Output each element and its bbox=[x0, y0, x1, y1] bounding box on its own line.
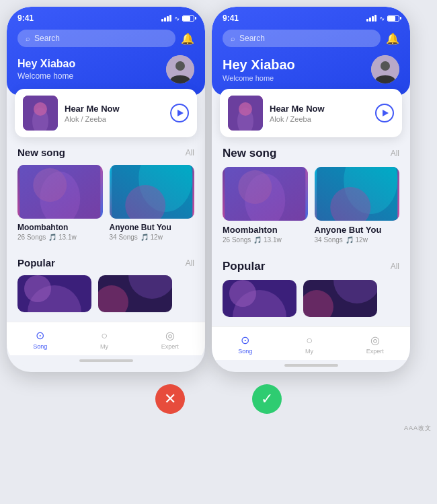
left-header: 9:41 ∿ bbox=[7, 7, 205, 96]
right-popular-card-1[interactable] bbox=[223, 280, 296, 317]
left-avatar bbox=[166, 55, 194, 83]
wrong-symbol: ✕ bbox=[164, 390, 176, 408]
left-song-title-1: Moombahton bbox=[17, 223, 103, 232]
left-track-info: Hear Me Now Alok / Zeeba bbox=[65, 104, 163, 123]
left-popular-card-1[interactable] bbox=[17, 275, 91, 312]
left-tab-expert[interactable]: ◎ Expert bbox=[161, 329, 179, 350]
right-song-thumb-2 bbox=[315, 167, 400, 221]
right-song-card-2[interactable]: Anyone But You 34 Songs 🎵 12w bbox=[315, 167, 400, 244]
right-greeting-text: Hey Xiabao Welcome home bbox=[223, 57, 295, 82]
left-song-card-2[interactable]: Anyone But You 34 Songs 🎵 12w bbox=[110, 165, 195, 241]
right-track-title: Hear Me Now bbox=[270, 104, 368, 114]
right-play-button[interactable] bbox=[375, 104, 394, 122]
right-search-bar[interactable]: ⌕ Search bbox=[223, 30, 381, 47]
correct-symbol: ✓ bbox=[261, 390, 273, 408]
right-tab-my-label: My bbox=[305, 348, 313, 355]
left-tab-song-icon: ⊙ bbox=[36, 329, 44, 342]
left-wifi-icon: ∿ bbox=[174, 15, 180, 22]
svg-rect-27 bbox=[225, 167, 305, 221]
right-song-meta-2: 34 Songs 🎵 12w bbox=[315, 236, 400, 244]
left-song-meta-2: 34 Songs 🎵 12w bbox=[110, 233, 195, 241]
right-popular-header: Popular All bbox=[223, 260, 399, 273]
right-track-info: Hear Me Now Alok / Zeeba bbox=[270, 104, 368, 123]
left-song-card-1[interactable]: Moombahton 26 Songs 🎵 13.1w bbox=[17, 165, 103, 241]
left-search-icon: ⌕ bbox=[26, 34, 30, 42]
svg-point-34 bbox=[229, 280, 256, 307]
left-tab-my[interactable]: ○ My bbox=[100, 330, 108, 350]
left-popular-all[interactable]: All bbox=[186, 258, 194, 268]
right-battery-icon bbox=[387, 15, 399, 22]
svg-rect-8 bbox=[19, 165, 100, 219]
right-bell-icon[interactable]: 🔔 bbox=[386, 32, 399, 45]
left-tab-song-label: Song bbox=[33, 343, 47, 350]
right-song-meta-1: 26 Songs 🎵 13.1w bbox=[223, 236, 308, 244]
right-search-icon: ⌕ bbox=[231, 34, 235, 42]
left-track-artist: Alok / Zeeba bbox=[65, 115, 163, 123]
svg-point-1 bbox=[175, 61, 185, 71]
left-song-meta-1: 26 Songs 🎵 13.1w bbox=[17, 233, 103, 241]
left-popular-card-2[interactable] bbox=[98, 275, 172, 312]
right-phone: 9:41 ∿ bbox=[212, 7, 410, 372]
right-song-card-1[interactable]: Moombahton 26 Songs 🎵 13.1w bbox=[223, 167, 308, 244]
right-tab-expert[interactable]: ◎ Expert bbox=[366, 334, 384, 355]
right-greeting-row: Hey Xiabao Welcome home bbox=[223, 55, 399, 83]
wrong-icon: ✕ bbox=[155, 384, 185, 414]
svg-point-15 bbox=[24, 275, 51, 302]
left-now-playing[interactable]: Hear Me Now Alok / Zeeba bbox=[15, 89, 197, 137]
right-new-song-all[interactable]: All bbox=[391, 149, 399, 158]
left-signal-icon bbox=[161, 15, 171, 22]
left-search-text: Search bbox=[34, 34, 60, 43]
right-popular-card-2[interactable] bbox=[303, 280, 377, 317]
left-song-count-1: 26 Songs bbox=[17, 233, 46, 241]
svg-point-4 bbox=[34, 102, 47, 116]
left-greeting-sub: Welcome home bbox=[17, 71, 75, 81]
right-song-plays-1: 🎵 13.1w bbox=[253, 236, 281, 244]
left-popular-title: Popular bbox=[17, 257, 55, 268]
left-new-song-all[interactable]: All bbox=[186, 148, 194, 157]
right-status-bar: 9:41 ∿ bbox=[223, 12, 399, 24]
right-tab-my[interactable]: ○ My bbox=[305, 334, 313, 355]
right-new-song-section: New song All bbox=[212, 137, 410, 244]
left-tab-expert-icon: ◎ bbox=[165, 329, 175, 342]
left-phone: 9:41 ∿ bbox=[7, 7, 205, 372]
left-search-row: ⌕ Search 🔔 bbox=[17, 30, 194, 47]
right-popular-all[interactable]: All bbox=[391, 262, 399, 271]
left-song-plays-2: 🎵 12w bbox=[141, 233, 163, 241]
left-play-button[interactable] bbox=[170, 104, 189, 122]
left-popular-header: Popular All bbox=[17, 257, 194, 268]
right-home-indicator bbox=[284, 364, 338, 367]
left-search-bar[interactable]: ⌕ Search bbox=[17, 30, 175, 47]
left-screen: 9:41 ∿ bbox=[7, 7, 205, 367]
left-greeting-name: Hey Xiabao bbox=[17, 58, 75, 70]
right-popular-section: Popular All bbox=[212, 250, 410, 273]
right-wifi-icon: ∿ bbox=[379, 15, 385, 22]
right-greeting-name: Hey Xiabao bbox=[223, 57, 295, 73]
svg-point-23 bbox=[239, 102, 252, 116]
right-signal-icon bbox=[366, 15, 376, 22]
right-track-thumb bbox=[228, 96, 263, 131]
left-greeting-row: Hey Xiabao Welcome home bbox=[17, 55, 194, 83]
left-home-indicator bbox=[79, 359, 133, 362]
left-popular-grid bbox=[7, 275, 205, 312]
right-status-icons: ∿ bbox=[366, 15, 399, 22]
left-tab-expert-label: Expert bbox=[161, 343, 179, 350]
left-tab-my-icon: ○ bbox=[101, 330, 108, 342]
left-bell-icon[interactable]: 🔔 bbox=[181, 32, 194, 45]
right-now-playing[interactable]: Hear Me Now Alok / Zeeba bbox=[220, 89, 402, 137]
left-new-song-title: New song bbox=[17, 147, 65, 158]
right-new-song-title: New song bbox=[223, 147, 276, 160]
watermark-row: AAA改文 bbox=[0, 422, 437, 435]
left-status-bar: 9:41 ∿ bbox=[17, 12, 194, 24]
svg-rect-12 bbox=[112, 165, 192, 219]
watermark-text: AAA改文 bbox=[404, 424, 432, 433]
right-tab-song[interactable]: ⊙ Song bbox=[238, 334, 252, 355]
left-status-icons: ∿ bbox=[161, 15, 194, 22]
left-new-song-section: New song All bbox=[7, 137, 205, 241]
left-song-plays-1: 🎵 13.1w bbox=[48, 233, 76, 241]
right-search-row: ⌕ Search 🔔 bbox=[223, 30, 399, 47]
right-tab-song-icon: ⊙ bbox=[241, 334, 249, 347]
svg-rect-31 bbox=[317, 167, 397, 221]
right-screen: 9:41 ∿ bbox=[212, 7, 410, 372]
left-tab-song[interactable]: ⊙ Song bbox=[33, 329, 47, 350]
left-song-thumb-2 bbox=[110, 165, 195, 219]
